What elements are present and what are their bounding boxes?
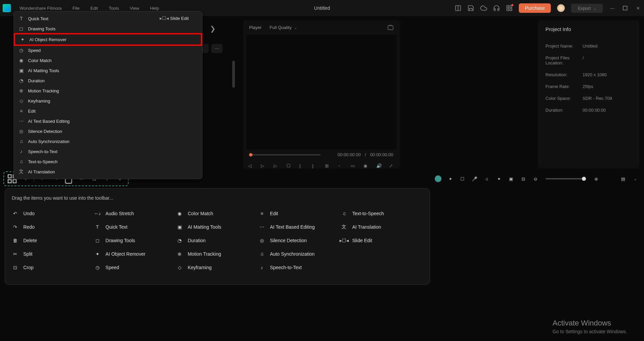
maximize-icon[interactable] xyxy=(622,5,628,11)
customize-item-ai-translation[interactable]: 文AI Translation xyxy=(341,220,423,234)
prev-frame-icon[interactable]: ◁ xyxy=(248,163,254,169)
shield-icon[interactable]: ☐ xyxy=(457,173,468,184)
zoom-in-icon[interactable]: ⊕ xyxy=(591,173,601,184)
customize-item-crop[interactable]: ⊡Crop xyxy=(12,261,94,274)
customize-item-edit[interactable]: ≡Edit xyxy=(259,207,341,220)
dropdown-item-keyframing[interactable]: ◇Keyframing xyxy=(14,96,202,106)
zoom-out-icon[interactable]: ⊖ xyxy=(530,173,541,184)
silence-icon: ◎ xyxy=(259,237,265,244)
dropdown-item-ai-object-remover[interactable]: ✦AI Object Remover xyxy=(14,33,202,46)
dropdown-item-speed[interactable]: ◷Speed xyxy=(14,45,202,55)
customize-item-ai-matting[interactable]: ▣AI Matting Tools xyxy=(176,220,259,234)
split-icon: ✂ xyxy=(12,251,19,257)
clock-icon: ◔ xyxy=(19,78,24,83)
customize-item-speech-to-text[interactable]: ♪Speech-to-Text xyxy=(259,261,341,274)
customize-item-audio-stretch[interactable]: ↔♪Audio Stretch xyxy=(94,207,177,220)
fullscreen-icon[interactable]: ⤢ xyxy=(389,163,395,169)
dropdown-label: Text-to-Speech xyxy=(28,159,57,164)
playhead-icon[interactable] xyxy=(249,153,252,157)
mic-icon[interactable]: 🎤 xyxy=(469,173,480,184)
minimize-icon[interactable]: — xyxy=(609,5,616,11)
save-icon[interactable] xyxy=(467,5,474,11)
customize-item-ai-object-remover[interactable]: ✦AI Object Remover xyxy=(94,247,177,261)
dropdown-label: Quick Text xyxy=(28,16,48,21)
display-icon[interactable]: ▭ xyxy=(351,163,357,169)
customize-item-ai-text-editing[interactable]: ⋯AI Text Based Editing xyxy=(259,220,341,234)
dropdown-item-drawing-tools[interactable]: ◻Drawing Tools xyxy=(14,24,202,34)
more-options-button[interactable]: ⋯ xyxy=(211,44,222,53)
customize-item-motion-tracking[interactable]: ⊕Motion Tracking xyxy=(176,247,259,261)
customize-item-color-match[interactable]: ◉Color Match xyxy=(176,207,259,220)
cloud-icon[interactable] xyxy=(480,5,487,11)
customize-item-duration[interactable]: ◔Duration xyxy=(176,234,259,247)
chevron-down-icon[interactable]: ⌄ xyxy=(630,173,641,184)
customize-hint: Drag the items you want to use into the … xyxy=(12,195,423,201)
dropdown-item-edit[interactable]: ≡Edit xyxy=(14,106,202,116)
purchase-button[interactable]: Purchase xyxy=(519,3,551,13)
player-quality-select[interactable]: Full Quality xyxy=(266,24,300,31)
palette-icon: ◉ xyxy=(176,210,183,217)
track-icon: ⊕ xyxy=(176,251,183,257)
dropdown-item-speech-to-text[interactable]: ♪Speech-to-Text xyxy=(14,146,202,157)
export-button[interactable]: Export xyxy=(571,4,603,13)
matting-icon: ▣ xyxy=(19,68,24,73)
mark-in-icon[interactable]: { xyxy=(299,163,305,169)
close-icon[interactable]: ✕ xyxy=(635,5,641,11)
volume-icon[interactable]: 🔊 xyxy=(376,163,382,169)
zoom-handle[interactable] xyxy=(582,177,586,181)
stt-icon: ♪ xyxy=(259,264,265,271)
dropdown-label: Speech-to-Text xyxy=(28,149,57,154)
arrow-right-icon[interactable]: ❯ xyxy=(207,25,219,33)
dropdown-item-slide-edit[interactable]: ▸☐◂ Slide Edit xyxy=(161,16,189,21)
info-value: 00:00:00:00 xyxy=(583,108,606,113)
chevron-down-icon[interactable]: ⌄ xyxy=(338,163,344,169)
customize-item-auto-sync[interactable]: ♫Auto Synchronization xyxy=(259,247,341,261)
dropdown-item-silence-detection[interactable]: ◎Silence Detection xyxy=(14,126,202,136)
next-frame-icon[interactable]: ▷ xyxy=(261,163,267,169)
translate-icon: 文 xyxy=(19,169,24,174)
ratio-icon[interactable]: ⊞ xyxy=(325,163,331,169)
shape-icon: ◻ xyxy=(94,237,101,244)
customize-item-speed[interactable]: ◷Speed xyxy=(94,261,177,274)
customize-item-drawing-tools[interactable]: ◻Drawing Tools xyxy=(94,234,177,247)
customize-label: Speed xyxy=(106,265,119,270)
dropdown-item-text-to-speech[interactable]: ♫Text-to-Speech xyxy=(14,157,202,167)
customize-item-text-to-speech[interactable]: ♫Text-to-Speech xyxy=(341,207,423,220)
camera-icon[interactable]: ◉ xyxy=(364,163,370,169)
dropdown-item-auto-sync[interactable]: ♫Auto Synchronization xyxy=(14,136,202,146)
layout-icon[interactable] xyxy=(455,5,461,11)
snapshot-icon[interactable] xyxy=(387,24,394,32)
render-icon[interactable]: ✦ xyxy=(445,173,456,184)
dropdown-label: Motion Tracking xyxy=(28,88,59,93)
grid-icon[interactable] xyxy=(506,5,513,11)
stop-icon[interactable]: ☐ xyxy=(287,163,293,169)
music-icon[interactable]: ♫ xyxy=(481,173,492,184)
mark-out-icon[interactable]: } xyxy=(312,163,318,169)
customize-item-split[interactable]: ✂Split xyxy=(12,247,94,261)
scrollbar[interactable] xyxy=(232,61,235,88)
headphones-icon[interactable] xyxy=(493,5,500,11)
avatar[interactable] xyxy=(557,4,565,12)
customize-item-delete[interactable]: 🗑Delete xyxy=(12,234,94,247)
player-viewport[interactable] xyxy=(246,35,397,149)
customize-item-undo[interactable]: ↶Undo xyxy=(12,207,94,220)
dropdown-item-motion-tracking[interactable]: ⊕Motion Tracking xyxy=(14,86,202,96)
customize-item-slide-edit[interactable]: ▸☐◂Slide Edit xyxy=(341,234,423,247)
fit-icon[interactable]: ⊟ xyxy=(518,173,529,184)
dropdown-item-duration[interactable]: ◔Duration xyxy=(14,76,202,86)
customize-item-keyframing[interactable]: ◇Keyframing xyxy=(176,261,259,274)
dropdown-item-ai-translation[interactable]: 文AI Translation xyxy=(14,167,202,177)
zoom-slider[interactable] xyxy=(545,178,586,179)
group-icon[interactable]: ▣ xyxy=(506,173,516,184)
customize-item-redo[interactable]: ↷Redo xyxy=(12,220,94,234)
green-indicator-icon[interactable] xyxy=(433,173,444,184)
customize-item-silence-detection[interactable]: ◎Silence Detection xyxy=(259,234,341,247)
dropdown-item-color-match[interactable]: ◉Color Match xyxy=(14,55,202,65)
marker-icon[interactable]: ✦ xyxy=(493,173,504,184)
customize-item-quick-text[interactable]: TQuick Text xyxy=(94,220,177,234)
list-view-icon[interactable]: ▤ xyxy=(618,173,628,184)
dropdown-item-ai-text-editing[interactable]: ⋯AI Text Based Editing xyxy=(14,116,202,126)
dropdown-item-ai-matting[interactable]: ▣AI Matting Tools xyxy=(14,65,202,76)
play-icon[interactable]: ▷ xyxy=(274,163,280,169)
player-progress-bar[interactable] xyxy=(250,154,321,155)
